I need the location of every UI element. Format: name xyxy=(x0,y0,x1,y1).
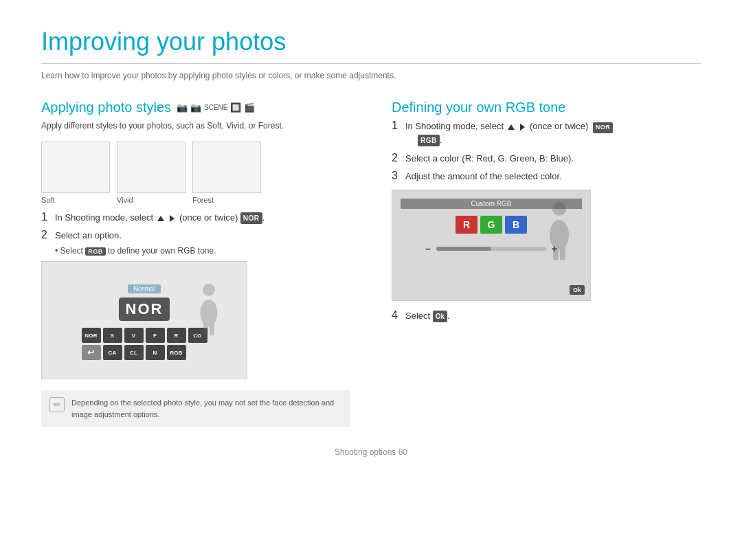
right-step3: 3 Adjust the amount of the selected colo… xyxy=(392,170,701,183)
right-column: Defining your own RGB tone 1 In Shooting… xyxy=(392,100,701,427)
svg-point-5 xyxy=(550,220,569,250)
page-subtitle: Learn how to improve your photos by appl… xyxy=(41,71,701,80)
back-icon-btn: ↩ xyxy=(82,345,101,360)
sample-label-soft: Soft xyxy=(41,196,110,204)
right-step1: 1 In Shooting mode, select (once or twic… xyxy=(392,120,701,146)
step-num-2: 2 xyxy=(41,229,51,241)
svg-rect-7 xyxy=(560,245,565,260)
left-column: Applying photo styles 📷 📷 SCENE 🔲 🎬 Appl… xyxy=(41,100,350,427)
mode-icons-row: 📷 📷 SCENE 🔲 🎬 xyxy=(177,102,255,113)
right-section-title-text: Defining your own RGB tone xyxy=(392,100,565,115)
icon-r: R xyxy=(167,328,186,343)
photo-sample-forest xyxy=(192,142,261,193)
rgb-screenshot-box: Custom RGB R G B – + Ok xyxy=(392,190,591,301)
left-step2-text: Select an option. xyxy=(55,229,122,243)
sample-label-forest: Forest xyxy=(192,196,261,204)
svg-point-4 xyxy=(552,202,566,216)
ok-badge: Ok xyxy=(433,311,447,322)
b-button: B xyxy=(505,216,527,234)
svg-rect-2 xyxy=(203,322,208,336)
right-step-num-2: 2 xyxy=(392,152,401,164)
icon-f: F xyxy=(146,328,165,343)
rgb-slider-fill xyxy=(436,247,491,251)
left-step1-text: In Shooting mode, select (once or twice)… xyxy=(55,211,265,225)
icon-ca: CA xyxy=(103,345,122,360)
right-chevron-icon xyxy=(520,124,525,131)
page-footer: Shooting options 60 xyxy=(41,447,701,457)
icon-row-1: NOR S V F R CO xyxy=(82,328,207,343)
svg-rect-3 xyxy=(210,322,214,336)
icon-cl: CL xyxy=(124,345,144,360)
right-step-num-3: 3 xyxy=(392,170,401,182)
right-triangle-up-icon xyxy=(508,124,515,130)
left-step2: 2 Select an option. xyxy=(41,229,350,243)
photo-sample-soft xyxy=(41,142,110,193)
video-icon: 🎬 xyxy=(244,102,255,113)
step-num-1: 1 xyxy=(41,211,51,223)
right-step4-text: Select Ok. xyxy=(405,309,450,323)
left-section-desc: Apply different styles to your photos, s… xyxy=(41,120,350,132)
right-step2-text: Select a color (R: Red, G: Green, B: Blu… xyxy=(405,152,574,166)
right-step4: 4 Select Ok. xyxy=(392,309,701,323)
person-silhouette-icon xyxy=(192,282,226,337)
svg-point-0 xyxy=(203,284,215,296)
right-step-num-1: 1 xyxy=(392,120,401,132)
ok-button-in-box: Ok xyxy=(570,285,585,295)
left-section-title-text: Applying photo styles xyxy=(41,100,171,115)
camera-menu-screenshot: Normal NOR NOR S V F R CO ↩ CA xyxy=(41,261,247,379)
right-section-title: Defining your own RGB tone xyxy=(392,100,701,115)
icon-v: V xyxy=(124,328,144,343)
note-text: Depending on the selected photo style, y… xyxy=(71,397,342,420)
left-sub-bullet: Select RGB to define your own RGB tone. xyxy=(55,246,350,256)
note-icon: ✏ xyxy=(49,397,65,412)
photo-samples-row: Soft Vivid Forest xyxy=(41,142,350,204)
r-button: R xyxy=(456,216,477,234)
rgb-slider-track xyxy=(436,247,546,251)
photo-sample-vivid xyxy=(117,142,186,193)
right-step1-text: In Shooting mode, select (once or twice)… xyxy=(405,120,613,146)
icon-nor: NOR xyxy=(82,328,101,343)
right-nor-badge: NOR xyxy=(593,122,614,133)
triangle-up-icon xyxy=(157,216,164,221)
note-box: ✏ Depending on the selected photo style,… xyxy=(41,390,350,427)
camera-icon: 📷 xyxy=(177,102,188,113)
icon-grid: NOR S V F R CO ↩ CA CL N RGB xyxy=(82,328,207,360)
camera2-icon: 📷 xyxy=(190,102,201,113)
rgb-badge-step1: RGB xyxy=(418,135,440,146)
scene-icon: SCENE xyxy=(204,104,227,111)
svg-rect-6 xyxy=(553,245,559,260)
hdr-icon: 🔲 xyxy=(230,102,241,113)
normal-label: Normal xyxy=(128,284,161,293)
icon-row-2: ↩ CA CL N RGB xyxy=(82,345,186,360)
right-step3-text: Adjust the amount of the selected color. xyxy=(405,170,562,183)
sample-label-vivid: Vivid xyxy=(117,196,186,204)
g-button: G xyxy=(480,216,502,234)
icon-s: S xyxy=(103,328,122,343)
chevron-icon xyxy=(170,215,175,222)
icon-rgb: RGB xyxy=(167,345,186,360)
nor-big-label: NOR xyxy=(119,298,170,321)
right-step2: 2 Select a color (R: Red, G: Green, B: B… xyxy=(392,152,701,166)
icon-n: N xyxy=(146,345,165,360)
rgb-person-silhouette xyxy=(542,201,576,262)
nor-badge-step1: NOR xyxy=(240,212,262,224)
svg-point-1 xyxy=(201,300,218,326)
right-step-num-4: 4 xyxy=(392,309,401,322)
left-section-title: Applying photo styles 📷 📷 SCENE 🔲 🎬 xyxy=(41,100,350,115)
slider-minus-icon: – xyxy=(425,243,431,254)
left-step1: 1 In Shooting mode, select (once or twic… xyxy=(41,211,350,225)
page-title: Improving your photos xyxy=(41,27,701,64)
rgb-badge-bullet: RGB xyxy=(85,247,106,256)
